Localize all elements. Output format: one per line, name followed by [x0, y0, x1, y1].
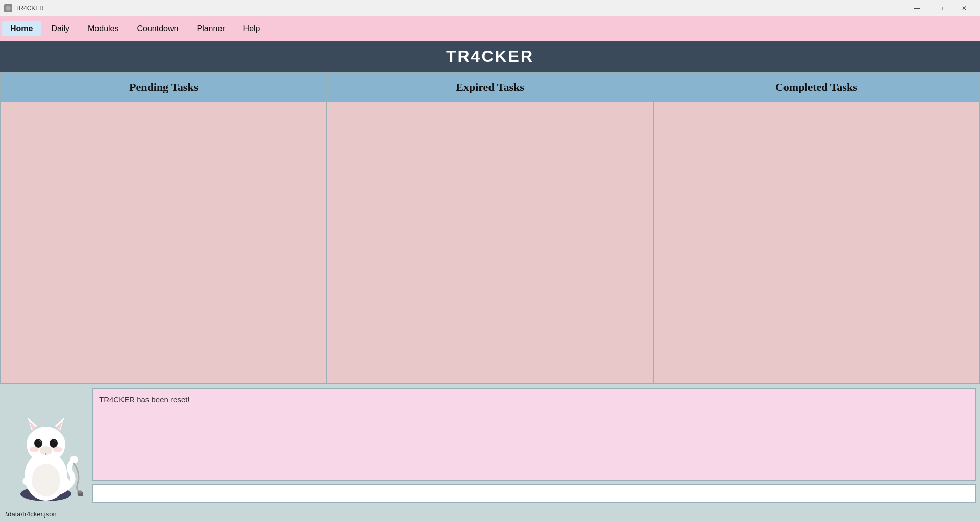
- maximize-button[interactable]: □: [929, 0, 952, 16]
- menu-item-planner[interactable]: Planner: [188, 21, 233, 36]
- close-button[interactable]: ✕: [952, 0, 976, 16]
- app-header: TR4CKER: [0, 41, 980, 72]
- expired-tasks-column: Expired Tasks: [327, 73, 653, 383]
- expired-tasks-header: Expired Tasks: [327, 73, 652, 102]
- menu-bar: Home Daily Modules Countdown Planner Hel…: [0, 16, 980, 41]
- pending-tasks-column: Pending Tasks: [1, 73, 327, 383]
- app-icon: [4, 4, 12, 12]
- title-bar-left: TR4CKER: [4, 4, 44, 12]
- svg-rect-23: [78, 493, 83, 496]
- minimize-button[interactable]: —: [905, 0, 929, 16]
- menu-item-modules[interactable]: Modules: [80, 21, 127, 36]
- svg-point-25: [52, 441, 56, 446]
- title-bar: TR4CKER — □ ✕: [0, 0, 980, 16]
- command-input[interactable]: [92, 484, 976, 503]
- mascot-svg: [5, 394, 87, 502]
- completed-tasks-body: [654, 102, 979, 383]
- message-box: TR4CKER has been reset!: [92, 388, 976, 481]
- bottom-section: TR4CKER has been reset!: [0, 384, 980, 507]
- svg-point-16: [30, 447, 39, 452]
- svg-point-3: [27, 427, 65, 462]
- status-bar: .\data\tr4cker.json: [0, 507, 980, 521]
- mascot-area: [0, 384, 92, 507]
- menu-item-help[interactable]: Help: [235, 21, 268, 36]
- svg-point-17: [53, 447, 62, 452]
- main-content: Pending Tasks Expired Tasks Completed Ta…: [0, 72, 980, 384]
- menu-item-countdown[interactable]: Countdown: [129, 21, 187, 36]
- svg-point-21: [70, 456, 78, 464]
- columns-wrapper: Pending Tasks Expired Tasks Completed Ta…: [0, 72, 980, 384]
- completed-tasks-column: Completed Tasks: [654, 73, 979, 383]
- menu-item-home[interactable]: Home: [2, 21, 41, 36]
- svg-point-20: [32, 464, 60, 496]
- pending-tasks-header: Pending Tasks: [1, 73, 326, 102]
- completed-tasks-header: Completed Tasks: [654, 73, 979, 102]
- title-bar-controls: — □ ✕: [905, 0, 976, 16]
- app-title: TR4CKER: [446, 47, 534, 66]
- right-panel: TR4CKER has been reset!: [92, 384, 980, 507]
- svg-point-24: [36, 441, 40, 446]
- svg-point-0: [6, 6, 11, 11]
- title-bar-text: TR4CKER: [15, 5, 44, 12]
- expired-tasks-body: [327, 102, 652, 383]
- menu-item-daily[interactable]: Daily: [43, 21, 78, 36]
- pending-tasks-body: [1, 102, 326, 383]
- status-path: .\data\tr4cker.json: [4, 510, 57, 518]
- message-text: TR4CKER has been reset!: [99, 395, 190, 404]
